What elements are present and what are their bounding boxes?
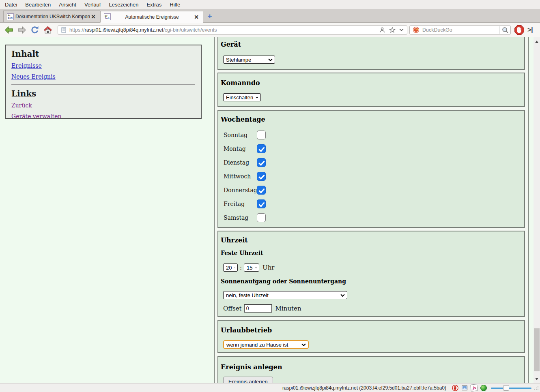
page-icon bbox=[60, 27, 67, 33]
weekday-row-dienstag: Dienstag bbox=[221, 156, 521, 169]
home-icon bbox=[43, 25, 53, 35]
urlaub-select[interactable]: wenn jemand zu Hause ist bbox=[223, 340, 309, 349]
link-ereignisse[interactable]: Ereignisse bbox=[11, 62, 195, 69]
brsoft-favicon: Br Soft bbox=[104, 13, 111, 20]
zoom-slider[interactable] bbox=[491, 385, 531, 391]
scrollbar-thumb[interactable] bbox=[534, 328, 540, 371]
fieldset-title: Uhrzeit bbox=[221, 236, 521, 244]
weekday-checkbox-freitag[interactable] bbox=[257, 199, 266, 208]
connection-status-orb-icon[interactable] bbox=[480, 385, 487, 391]
triangle-down-icon bbox=[535, 378, 538, 380]
weekday-label: Mittwoch bbox=[224, 173, 257, 180]
menu-label-key: H bbox=[170, 2, 173, 8]
menu-item-hilfe[interactable]: Hilfe bbox=[170, 2, 180, 8]
url-bar[interactable]: https://raspi01.i9iewizjfq8pi84q.myfritz… bbox=[58, 25, 407, 35]
fieldset-kommando: Komanndo Einschalten bbox=[217, 73, 525, 107]
zoom-slider-handle[interactable] bbox=[503, 385, 509, 391]
status-host-text: raspi01.i9iewizjfq8pi84q.myfritz.net (20… bbox=[282, 385, 446, 391]
block-hand-status-icon[interactable] bbox=[452, 385, 458, 391]
weekday-label: Samstag bbox=[224, 214, 257, 221]
back-button[interactable] bbox=[3, 24, 15, 36]
weekday-label: Dienstag bbox=[224, 159, 257, 166]
link-geraete-verwalten[interactable]: Geräte verwalten bbox=[11, 113, 195, 119]
menu-item-ansicht[interactable]: Ansicht bbox=[59, 2, 76, 8]
weekday-checkbox-montag[interactable] bbox=[257, 144, 266, 153]
weekday-checkbox-samstag[interactable] bbox=[257, 213, 266, 222]
tab-automatische-ereignisse[interactable]: Br Soft Automatische Ereignisse ✕ bbox=[100, 11, 203, 23]
tab-title: Dokumentation UKSwitch Kompone... bbox=[14, 14, 90, 19]
reload-button[interactable] bbox=[29, 24, 41, 36]
offset-input[interactable]: 0 bbox=[244, 304, 272, 313]
weekday-label: Freitag bbox=[224, 201, 257, 207]
weekday-row-donnerstag: Donnerstag bbox=[221, 183, 521, 197]
search-divider bbox=[499, 26, 500, 34]
image-display-status-icon[interactable] bbox=[461, 385, 468, 391]
weekday-checkbox-dienstag[interactable] bbox=[257, 158, 266, 167]
url-path: /cgi-bin/ukswitch/events bbox=[163, 27, 217, 33]
hour-value: 20 bbox=[226, 265, 232, 271]
account-person-icon[interactable] bbox=[379, 27, 385, 33]
weekday-list: Sonntag Montag Dienstag Mittwoch bbox=[221, 128, 521, 225]
brsoft-favicon: Br Soft bbox=[7, 13, 14, 20]
window-resize-grip-icon[interactable] bbox=[534, 386, 539, 390]
search-magnifier-icon[interactable] bbox=[501, 26, 509, 34]
menu-label-rest: earbeiten bbox=[29, 2, 51, 8]
tab-close-icon[interactable]: ✕ bbox=[90, 13, 97, 20]
weekday-checkbox-sonntag[interactable] bbox=[257, 131, 266, 139]
menu-label-rest: nsicht bbox=[62, 2, 76, 8]
status-bar: raspi01.i9iewizjfq8pi84q.myfritz.net (20… bbox=[0, 383, 540, 392]
noscript-stop-button[interactable] bbox=[514, 24, 525, 36]
menu-item-lesezeichen[interactable]: Lesezeichen bbox=[109, 2, 138, 8]
minute-select[interactable]: 15 bbox=[244, 263, 259, 272]
subheading-feste-uhrzeit: Feste Uhrzeit bbox=[221, 250, 521, 256]
menu-label-pre: E bbox=[146, 2, 150, 8]
bookmark-star-icon[interactable] bbox=[389, 27, 396, 33]
forward-button[interactable] bbox=[16, 24, 28, 36]
menu-item-bearbeiten[interactable]: Bearbeiten bbox=[25, 2, 51, 8]
menu-label-key: A bbox=[59, 2, 62, 8]
fieldset-title: Gerät bbox=[221, 41, 521, 48]
page-content: Inhalt Ereignisse Neues Ereignis Links Z… bbox=[0, 37, 540, 383]
scroll-up-arrow[interactable] bbox=[534, 39, 540, 45]
menu-item-verlauf[interactable]: Verlauf bbox=[84, 2, 101, 8]
sidebar-panel: Inhalt Ereignisse Neues Ereignis Links Z… bbox=[5, 45, 202, 119]
scroll-down-arrow[interactable] bbox=[534, 376, 540, 382]
url-domain: raspi01.i9iewizjfq8pi84q.myfritz.net bbox=[85, 27, 164, 33]
menu-item-extras[interactable]: Extras bbox=[146, 2, 161, 8]
tab-bar: Br Soft Dokumentation UKSwitch Kompone..… bbox=[0, 9, 540, 23]
home-button[interactable] bbox=[42, 24, 54, 36]
url-text: https://raspi01.i9iewizjfq8pi84q.myfritz… bbox=[69, 27, 379, 33]
chevron-down-icon[interactable] bbox=[399, 28, 404, 31]
sun-mode-select[interactable]: nein, feste Uhrzeit bbox=[223, 291, 347, 299]
search-box[interactable]: DuckDuckGo bbox=[409, 25, 511, 35]
reload-icon bbox=[30, 25, 40, 35]
ereignis-anlegen-button[interactable]: Ereignis anlegen bbox=[223, 377, 273, 383]
duckduckgo-icon bbox=[413, 26, 420, 33]
weekday-row-samstag: Samstag bbox=[221, 211, 521, 225]
select-chevron-icon bbox=[268, 58, 273, 61]
menu-item-datei[interactable]: Datei bbox=[5, 2, 17, 8]
kommando-select[interactable]: Einschalten bbox=[223, 93, 261, 101]
javascript-status-icon[interactable]: js bbox=[470, 384, 478, 392]
new-tab-button[interactable]: + bbox=[205, 11, 215, 21]
hour-select[interactable]: 20 bbox=[223, 263, 238, 272]
weekday-label: Montag bbox=[224, 146, 257, 152]
tab-dokumentation-ukswitch[interactable]: Br Soft Dokumentation UKSwitch Kompone..… bbox=[3, 11, 100, 22]
weekday-row-sonntag: Sonntag bbox=[221, 128, 521, 142]
forward-arrow-icon bbox=[17, 25, 27, 35]
vertical-scrollbar[interactable] bbox=[534, 37, 540, 383]
sidebar-toggle-icon[interactable]: >| bbox=[527, 26, 533, 34]
link-zurueck[interactable]: Zurück bbox=[11, 102, 195, 109]
link-neues-ereignis[interactable]: Neues Ereignis bbox=[11, 73, 195, 80]
weekday-checkbox-donnerstag[interactable] bbox=[257, 186, 266, 195]
geraet-select[interactable]: Stehlampe bbox=[223, 56, 275, 64]
tab-close-icon[interactable]: ✕ bbox=[193, 14, 200, 20]
weekday-checkbox-mittwoch[interactable] bbox=[257, 172, 266, 181]
sidebar-section-title-links: Links bbox=[11, 89, 195, 99]
zoom-slider-track[interactable] bbox=[491, 388, 531, 389]
statusbar-icons: js bbox=[452, 384, 487, 391]
weekday-label: Donnerstag bbox=[224, 187, 257, 193]
menu-bar: Datei Bearbeiten Ansicht Verlauf Lesezei… bbox=[0, 0, 540, 9]
fieldset-title: Ereignis anlegen bbox=[221, 363, 521, 371]
menu-label-key: B bbox=[25, 2, 29, 8]
